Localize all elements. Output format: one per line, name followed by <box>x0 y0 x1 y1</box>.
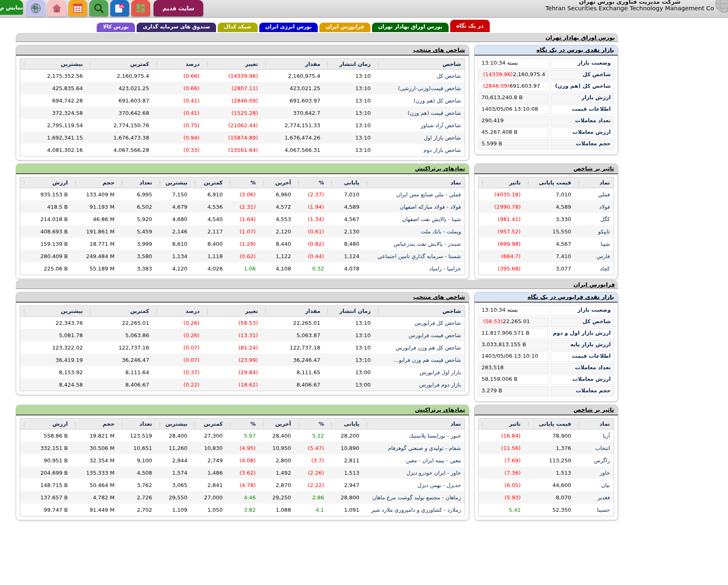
column-header[interactable]: مقدار <box>262 306 324 317</box>
symbol-link[interactable]: شاخص قیمت(وزنی-ارزشی) <box>374 82 465 94</box>
symbol-link[interactable]: شاخص کل <box>374 70 465 82</box>
symbol-link[interactable]: شاخص کل هم وزن فرابورس <box>374 341 465 354</box>
column-header[interactable]: درصد <box>153 306 203 317</box>
symbol-link[interactable]: وبملت - بانك ملت <box>363 225 465 238</box>
symbol-link[interactable]: زملارد - کشاورزي و دامپروري ملارد شیر <box>363 503 465 516</box>
column-header[interactable]: شاخص <box>374 59 465 70</box>
column-header[interactable]: نماد <box>363 419 465 429</box>
symbol-link[interactable]: نیان <box>575 479 614 491</box>
symbol-link[interactable]: شاخص کل (هم وزن) <box>374 94 465 107</box>
column-header[interactable]: تغییر <box>203 59 262 70</box>
column-header[interactable]: ارزش <box>20 177 72 188</box>
column-header[interactable]: نماد <box>363 177 465 188</box>
symbol-link[interactable]: زاگرس <box>575 454 614 466</box>
symbol-link[interactable]: انتخاب <box>575 442 614 454</box>
show-menu-button[interactable]: نمایش م <box>0 0 23 15</box>
symbol-link[interactable]: شفام - تولیدي و صنعتي گوهرفام <box>363 442 465 454</box>
column-header[interactable]: حجم <box>72 177 119 188</box>
column-header[interactable]: کمترین <box>86 306 153 317</box>
tab-overview[interactable]: در یک نگاه <box>450 20 490 32</box>
column-header[interactable]: مقدار <box>262 59 324 70</box>
symbol-link[interactable]: زماهان - مجتمع تولید گوشت مرغ ماهان <box>363 491 465 503</box>
symbol-link[interactable]: بازار اول فرابورس <box>374 366 465 378</box>
column-header[interactable]: کمترین <box>191 177 226 188</box>
symbol-link[interactable]: شاخص آزاد شناور <box>374 119 465 131</box>
column-header[interactable]: تاثیر <box>479 419 525 429</box>
column-header[interactable]: زمان انتشار <box>324 59 374 70</box>
symbol-link[interactable]: فملي - ملي صنايع مس ايران <box>363 188 465 201</box>
tab-energy-exchange[interactable]: بورس انرژی ایران <box>259 23 318 33</box>
symbol-link[interactable]: فملي <box>575 188 614 201</box>
symbol-link[interactable]: حسینا <box>575 503 614 516</box>
column-header[interactable]: نماد <box>575 177 614 188</box>
tab-commodity-exchange[interactable]: بورس کالا <box>97 23 135 33</box>
symbol-link[interactable]: فغدیر <box>575 491 614 503</box>
column-header[interactable]: شاخص <box>374 306 465 317</box>
symbol-link[interactable]: فارس <box>575 250 614 262</box>
column-header[interactable]: قیمت پایانی <box>524 177 575 188</box>
column-header[interactable]: کمترین <box>86 59 153 70</box>
symbol-link[interactable]: خزاميا - زامياد <box>363 262 465 275</box>
book-chart-icon[interactable] <box>110 0 129 16</box>
symbol-link[interactable]: خدیزل - بهمن دیزل <box>363 479 465 491</box>
table-icon[interactable] <box>68 0 87 16</box>
column-header[interactable]: تاثیر <box>479 177 525 188</box>
tab-codal-network[interactable]: شبکه کدال <box>218 23 257 33</box>
symbol-link[interactable]: معین - بیمه ایران - معین <box>363 454 465 466</box>
column-header[interactable]: بیشترین <box>20 306 87 317</box>
column-header[interactable]: بیشترین <box>20 59 87 70</box>
column-header[interactable]: % <box>226 419 259 429</box>
column-header[interactable]: % <box>226 177 259 188</box>
symbol-link[interactable]: کچاد <box>575 262 614 275</box>
symbol-link[interactable]: شبندر - پالايش نفت بندرعباس <box>363 238 465 250</box>
column-header[interactable]: درصد <box>153 59 203 70</box>
symbol-link[interactable]: شاخص قیمت هم وزن فرابو... <box>374 354 465 366</box>
column-header[interactable]: بیشترین <box>156 177 191 188</box>
tab-ifb[interactable]: فرابورس ایران <box>319 23 370 33</box>
old-site-button[interactable]: سایت قدیم <box>154 0 203 16</box>
column-header[interactable]: % <box>295 177 328 188</box>
symbol-link[interactable]: شاخص قیمت فرابورس <box>374 329 465 341</box>
column-header[interactable]: بیشترین <box>156 419 191 429</box>
column-header[interactable]: پایانی <box>328 419 363 429</box>
column-header[interactable]: ارزش <box>20 419 72 429</box>
tab-investment-funds[interactable]: صندوق های سرمایه گذاری <box>137 23 216 33</box>
column-header[interactable]: آخرین <box>259 419 295 429</box>
symbol-link[interactable]: کگل <box>575 213 614 225</box>
layout-icon[interactable] <box>131 0 150 16</box>
symbol-link[interactable]: شستا - سرمايه گذاري تامين اجتماعي <box>363 250 465 262</box>
column-header[interactable]: زمان انتشار <box>324 306 374 317</box>
column-header[interactable]: آخرین <box>259 177 295 188</box>
cell: 4,108 <box>259 262 295 275</box>
column-header[interactable]: کمترین <box>191 419 226 429</box>
column-header[interactable]: تعداد <box>118 177 156 188</box>
symbol-link[interactable]: بازار دوم فرابورس <box>374 378 465 391</box>
symbol-link[interactable]: تاپیکو <box>575 225 614 238</box>
cell: 4.1 <box>295 503 328 516</box>
column-header[interactable]: % <box>295 419 328 429</box>
cell: 1,118 <box>191 250 226 262</box>
symbol-link[interactable]: شاخص بازار اول <box>374 131 465 144</box>
symbol-link[interactable]: خنور - نورایستا پلاستیك <box>363 429 465 442</box>
symbol-link[interactable]: آریا <box>575 429 614 442</box>
cell: 2,811 <box>328 454 363 466</box>
symbol-link[interactable]: شاخص قیمت (هم وزن) <box>374 107 465 119</box>
symbol-link[interactable]: شپنا <box>575 238 614 250</box>
symbol-link[interactable]: شاخص کل فرابورس <box>374 317 465 329</box>
column-header[interactable]: تغییر <box>203 306 262 317</box>
search-icon[interactable] <box>89 0 108 16</box>
symbol-link[interactable]: خاور - ایران خودرو دیزل <box>363 466 465 479</box>
globe-icon[interactable] <box>26 0 45 16</box>
symbol-link[interactable]: فولاد <box>575 200 614 213</box>
column-header[interactable]: پایانی <box>328 177 363 188</box>
column-header[interactable]: نماد <box>575 419 614 429</box>
column-header[interactable]: تعداد <box>118 419 156 429</box>
column-header[interactable]: حجم <box>72 419 119 429</box>
symbol-link[interactable]: فولاد - فولاد مباركه اصفهان <box>363 200 465 213</box>
symbol-link[interactable]: شپنا - پالايش نفت اصفهان <box>363 213 465 225</box>
symbol-link[interactable]: خاور <box>575 466 614 479</box>
column-header[interactable]: قیمت پایانی <box>524 419 575 429</box>
home-icon[interactable] <box>47 0 66 16</box>
tab-tse-securities[interactable]: بورس اوراق بهادار تهران <box>372 23 449 33</box>
symbol-link[interactable]: شاخص بازار دوم <box>374 144 465 156</box>
